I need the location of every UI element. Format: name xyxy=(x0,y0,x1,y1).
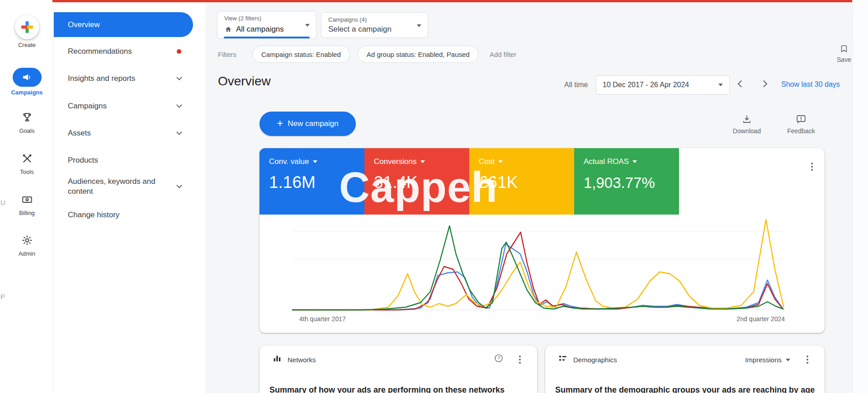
demographics-card-menu-button[interactable] xyxy=(807,356,808,364)
sidebar-item-assets[interactable]: Assets xyxy=(54,123,206,143)
rail-item-admin[interactable]: Admin xyxy=(0,234,54,257)
date-range-value: 10 Dec 2017 - 26 Apr 2024 xyxy=(603,81,689,89)
demographics-card-header: Demographics Impressions xyxy=(545,352,825,368)
dropdown-arrow-icon xyxy=(786,359,790,361)
new-campaign-button[interactable]: + New campaign xyxy=(259,112,356,136)
metric-value: 31.4K xyxy=(374,173,469,192)
metric-label: Conversions xyxy=(374,157,417,166)
bar-chart-icon xyxy=(272,354,282,364)
page-title: Overview xyxy=(218,74,271,89)
date-next-button[interactable] xyxy=(761,81,766,86)
metric-tabs: Conv. value 1.16M Conversions 31.4K Cost… xyxy=(259,148,679,215)
plus-icon: + xyxy=(277,118,283,129)
metric-conv-value[interactable]: Conv. value 1.16M xyxy=(259,148,364,215)
filter-chip-label: Campaign status: Enabled xyxy=(261,51,341,58)
summary-card-menu-button[interactable] xyxy=(811,163,813,171)
chevron-right-icon xyxy=(760,80,768,88)
metric-value: £61K xyxy=(479,173,574,192)
feedback-button[interactable]: Feedback xyxy=(780,114,822,135)
demographics-metric-value: Impressions xyxy=(745,356,782,364)
sidebar-item-label: Insights and reports xyxy=(68,74,135,84)
demographics-metric-selector[interactable]: Impressions xyxy=(745,356,790,364)
feedback-label: Feedback xyxy=(780,127,822,135)
megaphone-icon xyxy=(22,72,33,83)
download-button[interactable]: Download xyxy=(726,114,768,135)
time-scope-label: All time xyxy=(564,81,588,89)
sidebar: Overview Recommendations Insights and re… xyxy=(54,0,206,393)
rail-item-create[interactable]: Create xyxy=(0,15,54,48)
metric-conversions[interactable]: Conversions 31.4K xyxy=(364,148,469,215)
show-last-30-days-link[interactable]: Show last 30 days xyxy=(781,80,840,89)
campaigns-icon-pill xyxy=(13,68,42,87)
home-icon xyxy=(224,25,232,33)
billing-icon xyxy=(21,194,33,206)
networks-card: Networks ? Summary of how your ads are p… xyxy=(259,346,537,393)
download-label: Download xyxy=(726,127,768,135)
active-view-underline xyxy=(224,37,310,38)
rail-label-admin: Admin xyxy=(0,250,54,257)
campaign-selector[interactable]: Campaigns (4) Select a campaign xyxy=(321,12,428,38)
recording-border xyxy=(52,0,852,2)
gear-icon xyxy=(21,234,33,246)
edge-clipped-letter: U xyxy=(0,199,5,206)
rail-item-billing[interactable]: Billing xyxy=(0,194,54,216)
demographics-card: Demographics Impressions Summary of the … xyxy=(545,346,825,393)
trophy-icon xyxy=(21,112,33,123)
sidebar-item-campaigns[interactable]: Campaigns xyxy=(54,96,206,116)
networks-card-menu-button[interactable] xyxy=(519,356,521,364)
help-button[interactable]: ? xyxy=(494,353,504,365)
performance-summary-card: Conv. value 1.16M Conversions 31.4K Cost… xyxy=(259,148,825,333)
networks-card-title: Networks xyxy=(288,356,316,364)
chevron-down-icon xyxy=(176,182,182,188)
sidebar-item-products[interactable]: Products xyxy=(54,150,206,170)
new-campaign-label: New campaign xyxy=(288,119,338,128)
dropdown-arrow-icon xyxy=(632,160,637,163)
save-label: Save xyxy=(831,56,857,63)
plus-multicolor-icon xyxy=(21,21,33,33)
dropdown-arrow-icon xyxy=(417,24,421,27)
metric-value: 1.16M xyxy=(269,173,364,192)
metric-label: Cost xyxy=(479,157,495,166)
filter-chip-ad-group-status[interactable]: Ad group status: Enabled, Paused xyxy=(358,46,479,63)
rail-item-tools[interactable]: Tools xyxy=(0,153,54,175)
dropdown-arrow-icon xyxy=(718,84,723,86)
date-range-selector[interactable]: 10 Dec 2017 - 26 Apr 2024 xyxy=(596,75,730,94)
metric-cost[interactable]: Cost £61K xyxy=(469,148,574,215)
sidebar-item-label: Assets xyxy=(68,128,91,138)
sidebar-item-label: Campaigns xyxy=(68,101,107,111)
dropdown-arrow-icon xyxy=(420,160,425,163)
demographics-icon xyxy=(558,354,568,364)
performance-chart-svg xyxy=(292,216,786,312)
sidebar-item-label: Audiences, keywords and content xyxy=(68,177,164,196)
save-button[interactable]: Save xyxy=(831,44,857,63)
sidebar-item-label: Products xyxy=(68,155,98,165)
rail-item-goals[interactable]: Goals xyxy=(0,112,54,134)
sidebar-item-label: Recommendations xyxy=(68,47,132,56)
metric-actual-roas[interactable]: Actual ROAS 1,903.77% xyxy=(574,148,679,215)
rail-item-campaigns[interactable]: Campaigns xyxy=(0,68,54,96)
networks-card-description: Summary of how your ads are performing o… xyxy=(269,385,505,393)
feedback-icon xyxy=(796,114,807,125)
left-nav-rail: Create Campaigns Goals xyxy=(0,0,54,393)
campaign-selector-label: Campaigns (4) xyxy=(328,16,367,23)
svg-text:?: ? xyxy=(497,356,500,361)
rail-label-tools: Tools xyxy=(0,168,54,175)
sidebar-item-overview[interactable]: Overview xyxy=(54,12,193,37)
google-ads-app: Create Campaigns Goals xyxy=(0,0,868,393)
sidebar-item-recommendations[interactable]: Recommendations xyxy=(54,42,206,61)
x-axis-start-label: 4th quarter 2017 xyxy=(299,315,346,323)
add-filter-button[interactable]: Add filter xyxy=(490,51,516,58)
sidebar-item-label: Overview xyxy=(68,20,100,29)
filter-chip-campaign-status[interactable]: Campaign status: Enabled xyxy=(252,46,350,63)
sidebar-item-change-history[interactable]: Change history xyxy=(54,205,206,225)
chevron-down-icon xyxy=(176,129,182,135)
networks-card-header: Networks ? xyxy=(259,352,537,368)
create-button[interactable] xyxy=(15,15,39,39)
date-prev-button[interactable] xyxy=(739,81,744,86)
campaign-selector-value: Select a campaign xyxy=(328,25,392,34)
dropdown-arrow-icon xyxy=(305,24,310,27)
view-selector[interactable]: View (2 filters) All campaigns xyxy=(217,11,316,39)
chevron-left-icon xyxy=(738,80,745,88)
sidebar-item-audiences-keywords-content[interactable]: Audiences, keywords and content xyxy=(54,173,206,201)
sidebar-item-insights-and-reports[interactable]: Insights and reports xyxy=(54,69,206,89)
